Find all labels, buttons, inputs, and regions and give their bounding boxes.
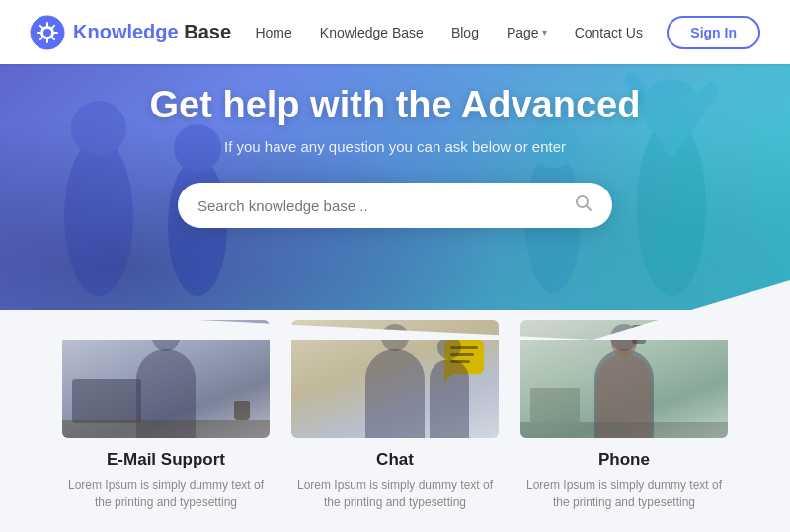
card-phone: Phone Lorem Ipsum is simply dummy text o… [520, 320, 728, 511]
hero-subtitle: If you have any question you can ask bel… [20, 138, 770, 155]
main-nav: Home Knowledge Base Blog Page ▾ Contact … [255, 25, 642, 40]
nav-item-page[interactable]: Page ▾ [507, 25, 547, 40]
nav-item-knowledge-base[interactable]: Knowledge Base [320, 25, 424, 40]
wave-divider [0, 261, 790, 340]
hero-content: Get help with the Advanced If you have a… [0, 84, 790, 228]
search-button[interactable] [575, 194, 592, 216]
card-chat: Chat Lorem Ipsum is simply dummy text of… [291, 320, 499, 511]
chevron-down-icon: ▾ [542, 27, 547, 38]
logo[interactable]: Knowledge Base [30, 15, 231, 50]
hero-title: Get help with the Advanced [20, 84, 770, 126]
sign-in-button[interactable]: Sign In [667, 16, 760, 49]
cards-container: E-Mail Support Lorem Ipsum is simply dum… [0, 320, 790, 511]
card-phone-title: Phone [520, 450, 728, 470]
search-bar [178, 183, 612, 228]
card-email-desc: Lorem Ipsum is simply dummy text of the … [62, 476, 270, 511]
svg-point-0 [31, 16, 64, 49]
card-email: E-Mail Support Lorem Ipsum is simply dum… [62, 320, 270, 511]
nav-item-home[interactable]: Home [255, 25, 291, 40]
gear-icon [30, 15, 65, 50]
cards-section: E-Mail Support Lorem Ipsum is simply dum… [0, 310, 790, 532]
svg-marker-13 [0, 280, 790, 340]
logo-text: Knowledge Base [73, 21, 231, 43]
search-input[interactable] [198, 197, 575, 214]
card-email-title: E-Mail Support [62, 450, 270, 470]
search-icon [575, 194, 592, 212]
card-chat-desc: Lorem Ipsum is simply dummy text of the … [291, 476, 499, 511]
svg-line-12 [587, 206, 592, 211]
header: Knowledge Base Home Knowledge Base Blog … [0, 0, 790, 64]
laptop-decoration [72, 379, 141, 423]
nav-item-blog[interactable]: Blog [451, 25, 479, 40]
card-chat-title: Chat [291, 450, 499, 470]
nav-item-contact[interactable]: Contact Us [575, 25, 643, 40]
card-phone-desc: Lorem Ipsum is simply dummy text of the … [520, 476, 728, 511]
